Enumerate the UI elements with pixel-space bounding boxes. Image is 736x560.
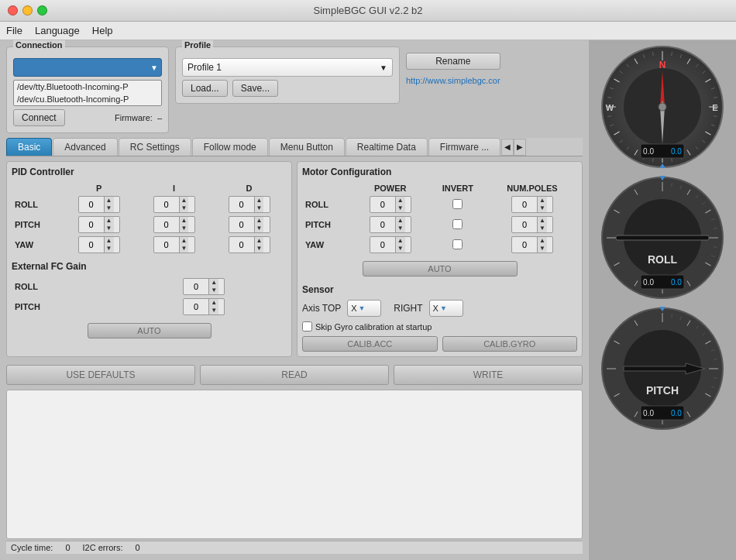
pid-roll-d-input[interactable]: ▲▼	[229, 196, 270, 213]
spin-down[interactable]: ▼	[105, 245, 114, 253]
pid-yaw-d-field[interactable]	[229, 240, 254, 249]
ext-fc-roll-input[interactable]: ▲▼	[183, 278, 225, 295]
tab-menu-button[interactable]: Menu Button	[269, 138, 345, 156]
spin-up[interactable]: ▲	[396, 217, 405, 225]
motor-pitch-power-field[interactable]	[370, 220, 395, 229]
pid-roll-p-input[interactable]: ▲▼	[78, 196, 120, 213]
motor-roll-power-field[interactable]	[370, 200, 395, 209]
calib-acc-button[interactable]: CALIB.ACC	[302, 336, 438, 352]
motor-roll-poles-input[interactable]: ▲▼	[511, 196, 553, 213]
dropdown-option-2[interactable]: /dev/cu.Bluetooth-Incoming-P	[14, 93, 161, 105]
minimize-btn[interactable]	[22, 5, 33, 15]
pid-yaw-d-input[interactable]: ▲▼	[229, 236, 270, 253]
spin-up[interactable]: ▲	[105, 237, 114, 245]
pid-pitch-i-input[interactable]: ▲▼	[153, 216, 195, 233]
ext-fc-auto-button[interactable]: AUTO	[88, 323, 212, 338]
skip-gyro-checkbox[interactable]	[302, 321, 312, 332]
spin-down[interactable]: ▼	[538, 245, 547, 253]
motor-yaw-power-field[interactable]	[370, 240, 395, 249]
read-button[interactable]: READ	[200, 365, 389, 385]
pid-roll-i-field[interactable]	[154, 200, 179, 209]
pid-yaw-i-input[interactable]: ▲▼	[153, 236, 195, 253]
motor-roll-power-input[interactable]: ▲▼	[370, 196, 411, 213]
motor-pitch-invert-checkbox[interactable]	[452, 219, 463, 229]
spin-down[interactable]: ▼	[396, 204, 405, 212]
tab-rc-settings[interactable]: RC Settings	[119, 138, 191, 156]
profile-dropdown[interactable]: Profile 1 ▼	[182, 58, 393, 77]
use-defaults-button[interactable]: USE DEFAULTS	[6, 365, 195, 385]
pid-roll-d-field[interactable]	[229, 200, 254, 209]
spin-up[interactable]: ▲	[538, 217, 547, 225]
calib-gyro-button[interactable]: CALIB.GYRO	[442, 336, 578, 352]
spin-down[interactable]: ▼	[396, 225, 405, 232]
spin-down[interactable]: ▼	[180, 245, 189, 253]
spin-down[interactable]: ▼	[209, 287, 218, 294]
spin-up[interactable]: ▲	[209, 279, 218, 287]
spin-up[interactable]: ▲	[180, 217, 189, 225]
tab-basic[interactable]: Basic	[6, 138, 52, 156]
menu-language[interactable]: Language	[35, 25, 80, 36]
motor-yaw-poles-input[interactable]: ▲▼	[511, 236, 553, 253]
spin-up[interactable]: ▲	[538, 237, 547, 245]
spin-down[interactable]: ▼	[105, 225, 114, 232]
menu-file[interactable]: File	[6, 25, 22, 36]
spin-down[interactable]: ▼	[209, 307, 218, 314]
axis-right-dropdown[interactable]: X ▼	[429, 300, 463, 317]
spin-down[interactable]: ▼	[396, 245, 405, 253]
ext-fc-pitch-field[interactable]	[184, 302, 208, 311]
pid-pitch-p-field[interactable]	[79, 220, 104, 229]
spin-up[interactable]: ▲	[105, 197, 114, 204]
rename-button[interactable]: Rename	[406, 53, 500, 70]
motor-pitch-power-input[interactable]: ▲▼	[370, 216, 411, 233]
connection-dropdown[interactable]: ▼	[13, 58, 162, 77]
spin-down[interactable]: ▼	[105, 204, 114, 212]
spin-up[interactable]: ▲	[255, 217, 264, 225]
spin-up[interactable]: ▲	[180, 197, 189, 204]
pid-yaw-p-field[interactable]	[79, 240, 104, 249]
tab-follow-mode[interactable]: Follow mode	[192, 138, 268, 156]
load-button[interactable]: Load...	[182, 80, 228, 97]
spin-down[interactable]: ▼	[180, 204, 189, 212]
spin-down[interactable]: ▼	[255, 204, 264, 212]
pid-yaw-p-input[interactable]: ▲▼	[78, 236, 120, 253]
spin-up[interactable]: ▲	[255, 237, 264, 245]
close-btn[interactable]	[8, 5, 18, 15]
menu-help[interactable]: Help	[92, 25, 113, 36]
motor-roll-poles-field[interactable]	[512, 200, 537, 209]
spin-down[interactable]: ▼	[180, 225, 189, 232]
tab-realtime-data[interactable]: Realtime Data	[346, 138, 428, 156]
ext-fc-roll-field[interactable]	[184, 282, 208, 291]
motor-yaw-poles-field[interactable]	[512, 240, 537, 249]
motor-pitch-poles-input[interactable]: ▲▼	[511, 216, 553, 233]
pid-pitch-d-input[interactable]: ▲▼	[229, 216, 270, 233]
connect-button[interactable]: Connect	[13, 109, 65, 126]
tab-firmware[interactable]: Firmware ...	[428, 138, 500, 156]
motor-yaw-invert-checkbox[interactable]	[452, 239, 463, 249]
motor-pitch-poles-field[interactable]	[512, 220, 537, 229]
tab-advanced[interactable]: Advanced	[53, 138, 117, 156]
motor-yaw-power-input[interactable]: ▲▼	[370, 236, 411, 253]
spin-down[interactable]: ▼	[538, 204, 547, 212]
tab-scroll-right[interactable]: ▶	[514, 139, 526, 156]
log-area[interactable]	[6, 390, 583, 539]
spin-up[interactable]: ▲	[396, 237, 405, 245]
pid-pitch-i-field[interactable]	[154, 220, 179, 229]
spin-up[interactable]: ▲	[105, 217, 114, 225]
spin-up[interactable]: ▲	[180, 237, 189, 245]
pid-roll-i-input[interactable]: ▲▼	[153, 196, 195, 213]
maximize-btn[interactable]	[37, 5, 47, 15]
spin-up[interactable]: ▲	[255, 197, 264, 204]
spin-down[interactable]: ▼	[538, 225, 547, 232]
motor-roll-invert-checkbox[interactable]	[452, 199, 463, 209]
spin-up[interactable]: ▲	[396, 197, 405, 204]
website-link[interactable]: http://www.simplebgc.cor	[406, 76, 500, 85]
spin-up[interactable]: ▲	[209, 299, 218, 307]
axis-top-dropdown[interactable]: X ▼	[347, 300, 381, 317]
ext-fc-pitch-input[interactable]: ▲▼	[183, 298, 225, 315]
tab-scroll-left[interactable]: ◀	[501, 139, 514, 156]
spin-down[interactable]: ▼	[255, 245, 264, 253]
spin-down[interactable]: ▼	[255, 225, 264, 232]
window-controls[interactable]	[8, 5, 47, 15]
spin-up[interactable]: ▲	[538, 197, 547, 204]
pid-pitch-d-field[interactable]	[229, 220, 254, 229]
